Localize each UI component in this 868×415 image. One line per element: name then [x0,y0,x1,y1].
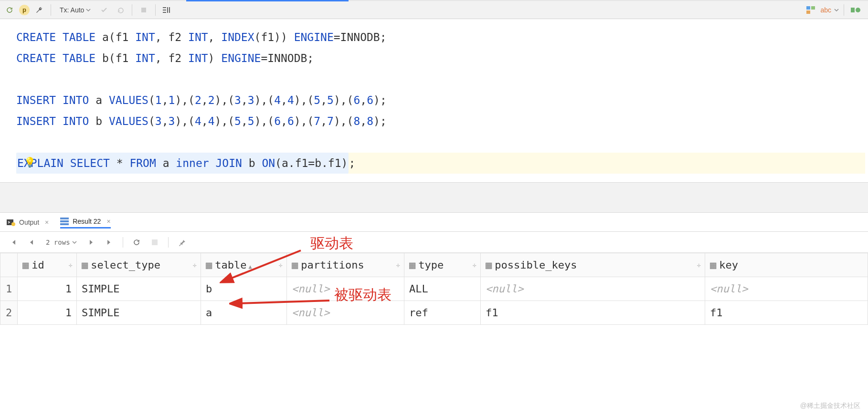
commit-icon [97,3,111,17]
tab-output[interactable]: Output × [7,217,49,228]
svg-rect-14 [60,220,69,222]
panel-splitter[interactable] [0,182,868,213]
tx-mode-label: Tx: Auto [60,6,84,14]
rows-count-label: 2 rows [46,239,70,246]
sql-line: INSERT INTO a VALUES(1,1),(2,2),(3,3),(4… [16,90,865,111]
first-page-icon[interactable] [7,236,20,249]
sql-line: CREATE TABLE b(f1 INT, f2 INT) ENGINE=IN… [16,48,865,69]
last-page-icon[interactable] [103,236,116,249]
col-type[interactable]: ▦type÷ [404,253,481,277]
cell[interactable]: <null> [287,301,404,325]
svg-rect-8 [806,10,810,14]
col-possible-keys[interactable]: ▦possible_keys÷ [481,253,705,277]
active-tab-indicator [186,0,349,1]
schema-badge[interactable]: p [19,5,30,15]
cell[interactable]: 1 [18,301,77,325]
settings-toggle-icon[interactable] [849,3,862,17]
stop-icon [148,236,161,249]
encoding-label[interactable]: abc [820,6,831,14]
sql-toolbar: p Tx: Auto abc [0,0,868,19]
cell[interactable]: f1 [481,301,705,325]
svg-rect-0 [141,8,146,12]
cell[interactable]: SIMPLE [77,277,201,301]
results-table: ▦id÷ ▦select_type÷ ▦table▲÷ ▦partitions÷… [0,253,868,325]
results-toolbar: 2 rows [0,232,868,253]
svg-rect-1 [163,7,166,8]
svg-rect-3 [163,12,166,13]
cell[interactable]: a [201,301,287,325]
cell[interactable]: b [201,277,287,301]
layout-icon[interactable] [804,3,817,17]
sql-line: CREATE TABLE a(f1 INT, f2 INT, INDEX(f1)… [16,27,865,48]
tab-result[interactable]: Result 22 × [60,216,110,228]
svg-rect-15 [60,223,69,225]
table-header-row: ▦id÷ ▦select_type÷ ▦table▲÷ ▦partitions÷… [0,253,868,277]
col-table[interactable]: ▦table▲÷ [201,253,287,277]
next-page-icon[interactable] [85,236,98,249]
rownum-header[interactable] [0,253,18,277]
chevron-down-icon[interactable] [834,8,839,12]
rollback-icon [114,3,127,17]
svg-rect-16 [152,239,158,245]
reload-icon[interactable] [130,236,143,249]
close-icon[interactable]: × [45,218,49,226]
sql-editor[interactable]: CREATE TABLE a(f1 INT, f2 INT, INDEX(f1)… [0,19,868,182]
cell[interactable]: <null> [705,277,868,301]
tx-mode-dropdown[interactable]: Tx: Auto [56,3,95,17]
tab-result-label: Result 22 [73,218,101,225]
col-id[interactable]: ▦id÷ [18,253,77,277]
row-number: 2 [0,301,18,325]
cell[interactable]: f1 [705,301,868,325]
svg-rect-13 [60,218,69,219]
svg-rect-6 [806,6,810,10]
cell[interactable]: <null> [287,277,404,301]
cell[interactable]: <null> [481,277,705,301]
tab-output-label: Output [19,218,39,226]
lightbulb-icon[interactable]: 💡 [24,156,36,168]
table-row[interactable]: 1 1 SIMPLE b <null> ALL <null> <null> [0,277,868,301]
refresh-icon[interactable] [3,3,16,17]
rows-count-dropdown[interactable]: 2 rows [43,239,80,246]
wrench-icon[interactable] [32,3,46,17]
prev-page-icon[interactable] [25,236,38,249]
col-key[interactable]: ▦key [705,253,868,277]
sql-line-highlighted: EXPLAIN SELECT * FROM a inner JOIN b ON(… [16,153,865,174]
svg-point-10 [856,8,860,12]
stop-icon [137,3,150,17]
cell[interactable]: 1 [18,277,77,301]
row-number: 1 [0,277,18,301]
pin-icon[interactable] [175,236,189,249]
result-tabs: Output × Result 22 × [0,213,868,232]
svg-rect-5 [169,7,170,13]
svg-rect-7 [811,6,815,10]
table-row[interactable]: 2 1 SIMPLE a <null> ref f1 f1 [0,301,868,325]
cell[interactable]: ALL [404,277,481,301]
svg-point-12 [11,222,15,226]
col-partitions[interactable]: ▦partitions÷ [287,253,404,277]
svg-rect-4 [167,7,168,13]
explain-plan-icon[interactable] [160,3,174,17]
sql-line: INSERT INTO b VALUES(3,3),(4,4),(5,5),(6… [16,111,865,132]
col-select-type[interactable]: ▦select_type÷ [77,253,201,277]
svg-rect-9 [851,8,855,12]
close-icon[interactable]: × [106,218,110,225]
watermark: @稀土掘金技术社区 [800,402,860,410]
cell[interactable]: SIMPLE [77,301,201,325]
cell[interactable]: ref [404,301,481,325]
svg-rect-2 [163,10,166,10]
